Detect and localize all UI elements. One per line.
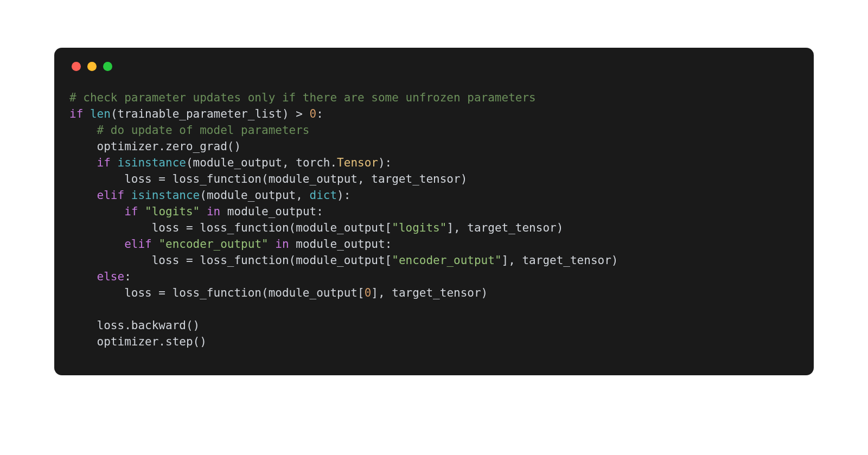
code-token: optimizer.step() xyxy=(69,335,207,348)
window-close-icon[interactable] xyxy=(72,62,81,71)
code-token: "logits" xyxy=(392,221,446,234)
code-token: isinstance xyxy=(131,189,200,202)
code-token: (module_output, torch. xyxy=(186,156,337,169)
code-token: ): xyxy=(337,189,350,202)
code-token xyxy=(69,189,97,202)
code-token: elif xyxy=(124,238,158,251)
code-token: module_output: xyxy=(220,205,323,218)
code-token xyxy=(269,238,276,251)
code-block: # check parameter updates only if there … xyxy=(69,89,799,350)
code-window: # check parameter updates only if there … xyxy=(54,48,814,375)
code-token: loss = loss_function(module_output[ xyxy=(69,254,392,267)
code-token: else xyxy=(97,270,125,283)
code-token xyxy=(69,205,124,218)
code-token: (trainable_parameter_list) > xyxy=(111,107,310,120)
code-token: module_output: xyxy=(289,238,392,251)
code-token: if xyxy=(124,205,145,218)
code-token: "logits" xyxy=(145,205,200,218)
code-token: # check parameter updates only if there … xyxy=(69,91,536,104)
code-token: loss = loss_function(module_output[ xyxy=(69,286,365,299)
code-token: len xyxy=(90,107,111,120)
code-token: loss.backward() xyxy=(69,319,200,332)
window-zoom-icon[interactable] xyxy=(103,62,112,71)
code-token: elif xyxy=(97,189,131,202)
code-token: 0 xyxy=(310,107,317,120)
code-token: ], target_tensor) xyxy=(502,254,618,267)
code-token: loss = loss_function(module_output, targ… xyxy=(69,172,467,185)
code-token: : xyxy=(124,270,131,283)
code-token: loss = loss_function(module_output[ xyxy=(69,221,392,234)
code-token xyxy=(69,270,97,283)
code-token: optimizer.zero_grad() xyxy=(69,140,241,153)
code-token: 0 xyxy=(365,286,372,299)
code-token: if xyxy=(97,156,118,169)
code-token xyxy=(69,238,124,251)
code-token: Tensor xyxy=(337,156,378,169)
code-token: (module_output, xyxy=(200,189,309,202)
code-token: ], target_tensor) xyxy=(446,221,563,234)
code-token: "encoder_output" xyxy=(392,254,501,267)
code-token: isinstance xyxy=(118,156,186,169)
code-token: "encoder_output" xyxy=(158,238,268,251)
code-token: # do update of model parameters xyxy=(97,124,310,137)
code-token: : xyxy=(316,107,323,120)
code-token: ], target_tensor) xyxy=(371,286,488,299)
code-token: if xyxy=(69,107,90,120)
window-traffic-lights xyxy=(72,62,799,71)
code-token xyxy=(69,156,97,169)
code-token: in xyxy=(207,205,220,218)
code-token: ): xyxy=(378,156,392,169)
code-token: in xyxy=(275,238,289,251)
code-token xyxy=(200,205,207,218)
code-token: dict xyxy=(310,189,337,202)
code-token xyxy=(69,124,97,137)
window-minimize-icon[interactable] xyxy=(87,62,97,71)
